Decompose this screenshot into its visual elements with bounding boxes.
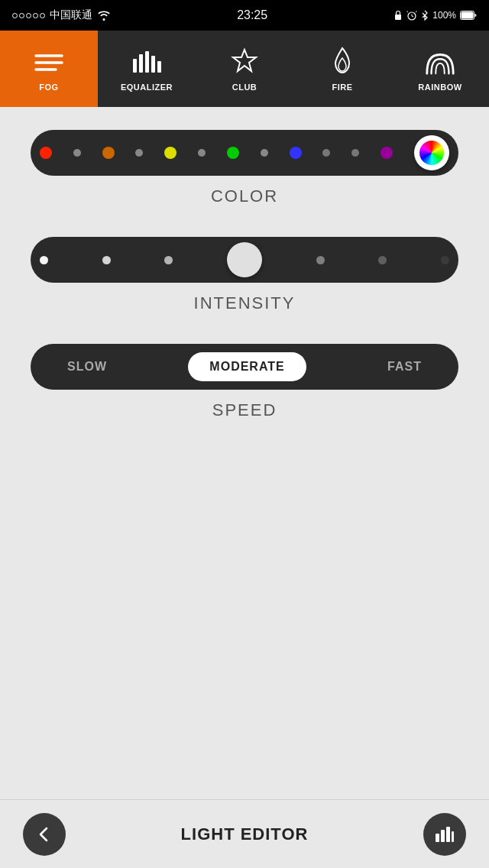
- tab-equalizer[interactable]: EQUALIZER: [98, 31, 196, 107]
- back-button[interactable]: [23, 813, 66, 856]
- speed-section: SLOW MODERATE FAST SPEED: [31, 344, 458, 420]
- intensity-dot-6: [378, 256, 387, 264]
- svg-rect-0: [395, 15, 401, 20]
- status-left: 中国联通: [12, 8, 111, 22]
- signal-dot-3: [26, 13, 31, 18]
- color-section: COLOR: [31, 130, 458, 206]
- wifi-icon: [97, 10, 111, 21]
- tab-equalizer-label: EQUALIZER: [121, 83, 173, 92]
- club-icon: [228, 46, 261, 78]
- bottom-title: LIGHT EDITOR: [181, 824, 309, 844]
- status-right: 100%: [393, 10, 477, 21]
- chart-icon: [435, 826, 455, 843]
- rainbow-icon: [424, 46, 456, 78]
- color-dot-yellow: [164, 147, 176, 159]
- color-dot-red: [40, 147, 52, 159]
- color-wheel-icon: [419, 141, 444, 165]
- color-dot-green: [227, 147, 239, 159]
- signal-dot-4: [33, 13, 38, 18]
- color-dots-container: [40, 135, 449, 170]
- svg-rect-3: [461, 12, 474, 19]
- fire-icon: [326, 46, 358, 78]
- signal-dot-2: [19, 13, 24, 18]
- speed-moderate[interactable]: MODERATE: [188, 352, 306, 381]
- intensity-dot-5: [316, 256, 325, 264]
- lock-icon: [393, 10, 403, 21]
- color-label: COLOR: [211, 186, 278, 206]
- tab-rainbow-label: RAINBOW: [418, 83, 461, 92]
- svg-rect-12: [436, 834, 439, 842]
- equalizer-icon: [131, 46, 163, 78]
- color-dot-orange: [102, 147, 115, 159]
- color-slider-track[interactable]: [31, 130, 458, 176]
- speed-slow[interactable]: SLOW: [46, 352, 128, 381]
- tab-club[interactable]: CLUB: [196, 31, 293, 107]
- signal-dot-1: [12, 13, 18, 18]
- color-dot-10: [322, 149, 330, 157]
- intensity-dots-container: [40, 242, 449, 277]
- svg-rect-14: [446, 827, 450, 842]
- battery-icon: [460, 11, 477, 20]
- tab-bar: FOG EQUALIZER CLUB: [0, 31, 489, 107]
- bottom-bar: LIGHT EDITOR: [0, 799, 489, 868]
- color-dot-purple: [381, 147, 393, 159]
- status-time: 23:25: [237, 8, 267, 22]
- color-dot-4: [135, 149, 143, 157]
- intensity-dot-1: [40, 256, 48, 264]
- tab-club-label: CLUB: [232, 83, 257, 92]
- bluetooth-icon: [421, 10, 429, 21]
- svg-rect-11: [157, 61, 161, 73]
- signal-dot-5: [40, 13, 45, 18]
- tab-fog[interactable]: FOG: [0, 31, 98, 107]
- speed-track: SLOW MODERATE FAST: [31, 344, 458, 390]
- tab-fire[interactable]: FIRE: [293, 31, 391, 107]
- svg-rect-7: [133, 59, 137, 73]
- intensity-dot-7: [441, 256, 449, 264]
- main-content: COLOR INTENSITY SLOW MODERATE FAST SPEED: [0, 107, 489, 799]
- svg-rect-15: [452, 831, 454, 842]
- color-dot-2: [73, 149, 81, 157]
- svg-rect-9: [145, 51, 149, 73]
- back-arrow-icon: [35, 825, 53, 844]
- svg-rect-10: [151, 56, 155, 73]
- color-dot-11: [351, 149, 359, 157]
- svg-rect-13: [441, 830, 445, 842]
- svg-rect-8: [139, 54, 143, 73]
- intensity-section: INTENSITY: [31, 237, 458, 313]
- battery-label: 100%: [432, 10, 456, 21]
- carrier-label: 中国联通: [50, 8, 92, 22]
- alarm-icon: [406, 10, 417, 21]
- intensity-thumb[interactable]: [227, 242, 262, 277]
- speed-label: SPEED: [212, 400, 277, 420]
- intensity-label: INTENSITY: [194, 293, 296, 313]
- speed-fast[interactable]: FAST: [366, 352, 443, 381]
- intensity-dot-3: [164, 256, 173, 264]
- status-bar: 中国联通 23:25 100%: [0, 0, 489, 31]
- fog-icon: [33, 46, 65, 78]
- intensity-slider-track[interactable]: [31, 237, 458, 283]
- color-wheel-thumb[interactable]: [414, 135, 449, 170]
- color-dot-6: [198, 149, 206, 157]
- intensity-dot-2: [102, 256, 111, 264]
- signal-dots: [12, 13, 45, 18]
- color-dot-8: [261, 149, 268, 157]
- chart-button[interactable]: [423, 813, 466, 856]
- tab-rainbow[interactable]: RAINBOW: [391, 31, 489, 107]
- tab-fire-label: FIRE: [332, 83, 352, 92]
- tab-fog-label: FOG: [39, 83, 58, 92]
- color-dot-blue: [290, 147, 302, 159]
